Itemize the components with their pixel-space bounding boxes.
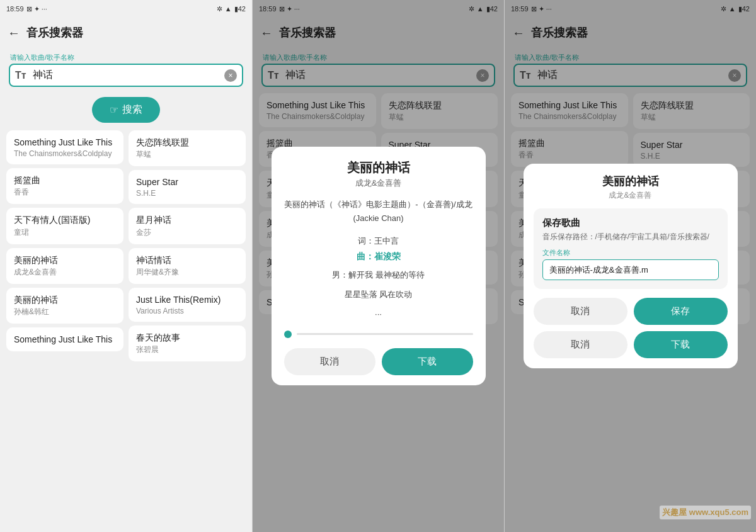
- list-item[interactable]: Something Just Like ThisThe Chainsmokers…: [6, 130, 123, 164]
- song-lyric-line2: 星星坠落 风在吹动: [284, 287, 473, 302]
- save-cancel-button[interactable]: 取消: [534, 298, 627, 325]
- bluetooth-icon: ✲: [217, 5, 222, 13]
- result-title: 春天的故事: [136, 332, 238, 343]
- back-button-1[interactable]: ←: [8, 26, 20, 40]
- watermark: 兴趣屋 www.xqu5.com: [660, 506, 751, 519]
- results-col-right-1: 失恋阵线联盟草蜢Super StarS.H.E星月神话金莎神话情话周华健&齐豫J…: [129, 130, 246, 529]
- list-item[interactable]: 星月神话金莎: [129, 208, 246, 244]
- result-title: 美丽的神话: [14, 294, 116, 305]
- result-title: Something Just Like This: [14, 137, 116, 148]
- panel-1: 18:59 ⊠ ✦ ··· ✲ ▲ ▮42 ← 音乐搜索器 请输入歌曲/歌手名称…: [0, 0, 252, 532]
- list-item[interactable]: 春天的故事张碧晨: [129, 325, 246, 361]
- progress-bar[interactable]: [297, 333, 473, 335]
- results-list-1: Something Just Like ThisThe Chainsmokers…: [0, 128, 252, 532]
- search-button-1[interactable]: ☞ 搜索: [92, 97, 160, 123]
- save-card: 美丽的神话 成龙&金喜善 保存歌曲 音乐保存路径：/手机储存/宇宙工具箱/音乐搜…: [524, 164, 738, 369]
- list-item[interactable]: 摇篮曲香香: [6, 168, 123, 204]
- save-path: 音乐保存路径：/手机储存/宇宙工具箱/音乐搜索器/: [542, 232, 719, 242]
- results-col-left-1: Something Just Like ThisThe Chainsmokers…: [6, 130, 123, 529]
- save-song-artist: 成龙&金喜善: [534, 190, 728, 201]
- result-title: 天下有情人(国语版): [14, 214, 116, 225]
- result-artist: S.H.E: [136, 189, 238, 198]
- wifi-icon: ▲: [225, 5, 232, 13]
- song-progress: [284, 331, 473, 338]
- status-left: 18:59 ⊠ ✦ ···: [6, 5, 47, 13]
- result-artist: 草蜢: [136, 149, 238, 160]
- panel-2: 18:59 ⊠ ✦ ··· ✲ ▲ ▮42 ← 音乐搜索器 请输入歌曲/歌手名称…: [252, 0, 504, 532]
- song-detail-card: 美丽的神话 成龙&金喜善 美丽的神话（《神话》电影主题曲）-（金喜善)/成龙 (…: [272, 147, 486, 385]
- list-item[interactable]: Super StarS.H.E: [129, 170, 246, 204]
- list-item[interactable]: 美丽的神话成龙&金喜善: [6, 248, 123, 284]
- result-title: Just Like This(Remix): [136, 294, 238, 305]
- song-card-artist: 成龙&金喜善: [284, 178, 473, 189]
- song-lyric-ellipsis: ···: [284, 307, 473, 321]
- result-artist: 金莎: [136, 227, 238, 238]
- save-outer-actions: 取消 下载: [534, 331, 728, 358]
- filename-label: 文件名称: [542, 248, 719, 258]
- result-artist: 香香: [14, 187, 116, 198]
- status-right: ✲ ▲ ▮42: [217, 5, 246, 13]
- result-title: 星月神话: [136, 214, 238, 225]
- result-artist: 张碧晨: [136, 344, 238, 355]
- progress-dot: [284, 331, 292, 338]
- save-overlay: 美丽的神话 成龙&金喜善 保存歌曲 音乐保存路径：/手机储存/宇宙工具箱/音乐搜…: [505, 0, 756, 532]
- save-dialog-title: 保存歌曲: [542, 217, 719, 229]
- cancel-button-2[interactable]: 取消: [284, 348, 375, 375]
- download-button-2[interactable]: 下载: [382, 348, 473, 375]
- song-card-title: 美丽的神话: [284, 159, 473, 176]
- search-box-1: Tт 神话 ×: [9, 64, 243, 87]
- song-description: 美丽的神话（《神话》电影主题曲）-（金喜善)/成龙 (Jackie Chan): [284, 198, 473, 225]
- search-btn-area-1: ☞ 搜索: [0, 91, 252, 128]
- list-item[interactable]: 美丽的神话孙楠&韩红: [6, 288, 123, 324]
- search-btn-label-1: 搜索: [122, 103, 142, 116]
- cancel-button-3[interactable]: 取消: [534, 331, 627, 358]
- search-label-1: 请输入歌曲/歌手名称: [10, 53, 243, 62]
- app-header-1: ← 音乐搜索器: [0, 18, 252, 48]
- result-title: 神话情话: [136, 254, 238, 266]
- result-title: Something Just Like This: [14, 334, 116, 345]
- list-item[interactable]: Just Like This(Remix)Various Artists: [129, 288, 246, 322]
- status-icons-left: ⊠ ✦ ···: [26, 5, 47, 13]
- save-actions: 取消 保存: [534, 298, 728, 325]
- result-title: 美丽的神话: [14, 254, 116, 266]
- song-composer: 曲：崔浚荣: [284, 251, 473, 263]
- song-card-actions: 取消 下载: [284, 348, 473, 375]
- list-item[interactable]: Something Just Like This: [6, 327, 123, 351]
- result-artist: 周华健&齐豫: [136, 267, 238, 278]
- save-button[interactable]: 保存: [634, 298, 728, 325]
- battery-icon: ▮42: [234, 5, 246, 13]
- search-area-1: 请输入歌曲/歌手名称 Tт 神话 ×: [0, 48, 252, 91]
- result-title: Super Star: [136, 176, 238, 188]
- search-hand-icon: ☞: [110, 104, 118, 116]
- result-artist: Various Artists: [136, 307, 238, 315]
- song-lyric-line1: 男：解开我 最神秘的等待: [284, 268, 473, 282]
- result-artist: The Chainsmokers&Coldplay: [14, 149, 116, 158]
- filename-input[interactable]: [542, 259, 719, 280]
- result-artist: 成龙&金喜善: [14, 267, 116, 278]
- save-song-title: 美丽的神话: [534, 174, 728, 189]
- save-inner-dialog: 保存歌曲 音乐保存路径：/手机储存/宇宙工具箱/音乐搜索器/ 文件名称: [534, 208, 728, 290]
- download-button-3[interactable]: 下载: [634, 331, 728, 358]
- panel-3: 18:59 ⊠ ✦ ··· ✲ ▲ ▮42 ← 音乐搜索器 请输入歌曲/歌手名称…: [504, 0, 756, 532]
- list-item[interactable]: 失恋阵线联盟草蜢: [129, 130, 246, 166]
- result-title: 摇篮曲: [14, 174, 116, 186]
- song-lyricist: 词：王中言: [284, 234, 473, 248]
- app-title-1: 音乐搜索器: [26, 25, 83, 40]
- list-item[interactable]: 天下有情人(国语版)童珺: [6, 208, 123, 244]
- result-title: 失恋阵线联盟: [136, 137, 238, 148]
- result-artist: 孙楠&韩红: [14, 307, 116, 317]
- list-item[interactable]: 神话情话周华健&齐豫: [129, 248, 246, 284]
- search-input-1[interactable]: 神话: [33, 69, 220, 82]
- font-size-icon-1: Tт: [15, 70, 29, 81]
- status-time: 18:59: [6, 5, 24, 13]
- song-detail-overlay: 美丽的神话 成龙&金喜善 美丽的神话（《神话》电影主题曲）-（金喜善)/成龙 (…: [253, 0, 504, 532]
- status-bar-1: 18:59 ⊠ ✦ ··· ✲ ▲ ▮42: [0, 0, 252, 18]
- result-artist: 童珺: [14, 227, 116, 238]
- clear-button-1[interactable]: ×: [224, 69, 237, 82]
